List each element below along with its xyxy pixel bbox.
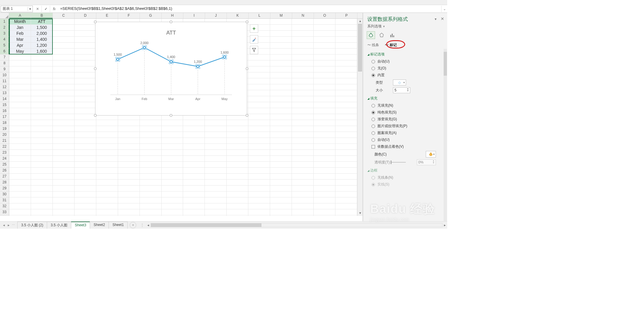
row-header-30[interactable]: 30 — [0, 191, 9, 197]
cell[interactable] — [118, 174, 140, 180]
cell[interactable] — [183, 126, 205, 132]
pane-options-chevron-icon[interactable]: ▾ — [435, 17, 436, 21]
cell[interactable] — [162, 156, 183, 162]
cell[interactable] — [292, 132, 314, 138]
row-header-20[interactable]: 20 — [0, 132, 9, 138]
cell[interactable] — [292, 215, 314, 216]
column-header-H[interactable]: H — [162, 13, 183, 18]
cell[interactable] — [96, 126, 118, 132]
cell[interactable] — [53, 144, 75, 150]
cell[interactable] — [270, 126, 292, 132]
cell[interactable]: 1,200 — [31, 43, 53, 49]
cell[interactable] — [31, 156, 53, 162]
cell[interactable] — [9, 174, 31, 180]
row-header-17[interactable]: 17 — [0, 114, 9, 120]
radio-fill-pattern[interactable]: 图案填充(A) — [367, 130, 443, 136]
cell[interactable] — [9, 215, 31, 216]
cell[interactable] — [96, 120, 118, 126]
cell[interactable] — [31, 66, 53, 72]
cell[interactable] — [227, 144, 248, 150]
cell[interactable] — [270, 66, 292, 72]
cell[interactable] — [270, 49, 292, 54]
transparency-input[interactable]: 0%▲▼ — [417, 159, 436, 165]
close-pane-button[interactable]: ✕ — [441, 16, 444, 21]
cell[interactable] — [205, 150, 227, 156]
row-header-25[interactable]: 25 — [0, 162, 9, 168]
chart-plot-area[interactable]: 1,500Jan2,000Feb1,400Mar1,200Apr1,600May — [104, 40, 238, 104]
cell[interactable] — [118, 144, 140, 150]
row-header-16[interactable]: 16 — [0, 108, 9, 114]
cell[interactable] — [205, 120, 227, 126]
cell[interactable] — [9, 120, 31, 126]
cell[interactable] — [335, 186, 357, 191]
cell[interactable] — [53, 90, 75, 96]
tab-marker[interactable]: 〜 标记 — [385, 43, 397, 48]
cell[interactable] — [227, 168, 248, 174]
cell[interactable] — [292, 49, 314, 54]
cell[interactable]: Mar — [9, 37, 31, 43]
cell[interactable] — [162, 162, 183, 168]
row-header-12[interactable]: 12 — [0, 84, 9, 90]
cell[interactable] — [205, 162, 227, 168]
cell[interactable] — [140, 215, 162, 216]
cell[interactable] — [314, 126, 335, 132]
row-header-11[interactable]: 11 — [0, 78, 9, 84]
cell[interactable] — [270, 150, 292, 156]
cell[interactable] — [248, 132, 270, 138]
cell[interactable] — [270, 78, 292, 84]
cell[interactable] — [118, 156, 140, 162]
row-header-22[interactable]: 22 — [0, 144, 9, 150]
cell[interactable] — [248, 114, 270, 120]
cell[interactable] — [314, 66, 335, 72]
cell[interactable] — [248, 150, 270, 156]
cell[interactable] — [205, 180, 227, 186]
column-header-B[interactable]: B — [31, 13, 53, 18]
cell[interactable] — [248, 203, 270, 209]
cell[interactable] — [9, 162, 31, 168]
cell[interactable] — [75, 174, 96, 180]
cell[interactable] — [227, 120, 248, 126]
cell[interactable] — [9, 209, 31, 215]
cell[interactable] — [270, 203, 292, 209]
cell[interactable] — [248, 108, 270, 114]
row-header-1[interactable]: 1 — [0, 19, 9, 25]
cell[interactable] — [270, 132, 292, 138]
cell[interactable] — [314, 150, 335, 156]
cell[interactable] — [205, 174, 227, 180]
cell[interactable] — [270, 174, 292, 180]
cell[interactable] — [335, 90, 357, 96]
cell[interactable] — [270, 90, 292, 96]
cell[interactable] — [248, 168, 270, 174]
cell[interactable] — [314, 19, 335, 25]
cell[interactable] — [248, 180, 270, 186]
cell[interactable] — [248, 90, 270, 96]
cell[interactable] — [75, 203, 96, 209]
cell[interactable] — [31, 150, 53, 156]
enter-formula-button[interactable]: ✓ — [42, 6, 50, 12]
cell[interactable] — [314, 90, 335, 96]
cell[interactable] — [118, 203, 140, 209]
section-marker-options[interactable]: 标记选项 — [367, 50, 443, 58]
cell[interactable] — [75, 72, 96, 78]
cell[interactable] — [53, 168, 75, 174]
row-header-32[interactable]: 32 — [0, 203, 9, 209]
cell[interactable]: 2,000 — [31, 31, 53, 37]
cell[interactable] — [53, 191, 75, 197]
cell[interactable] — [96, 180, 118, 186]
cell[interactable] — [335, 25, 357, 31]
horizontal-scrollbar[interactable] — [151, 223, 442, 227]
row-header-33[interactable]: 33 — [0, 209, 9, 215]
cell[interactable] — [53, 78, 75, 84]
cell[interactable] — [292, 108, 314, 114]
cell[interactable] — [96, 156, 118, 162]
cell[interactable] — [183, 150, 205, 156]
cell[interactable] — [53, 180, 75, 186]
cell[interactable] — [248, 191, 270, 197]
cell[interactable] — [162, 191, 183, 197]
cell[interactable] — [118, 126, 140, 132]
cell[interactable] — [140, 162, 162, 168]
cell[interactable] — [183, 144, 205, 150]
cell[interactable] — [292, 43, 314, 49]
column-header-F[interactable]: F — [118, 13, 140, 18]
cell[interactable] — [292, 120, 314, 126]
